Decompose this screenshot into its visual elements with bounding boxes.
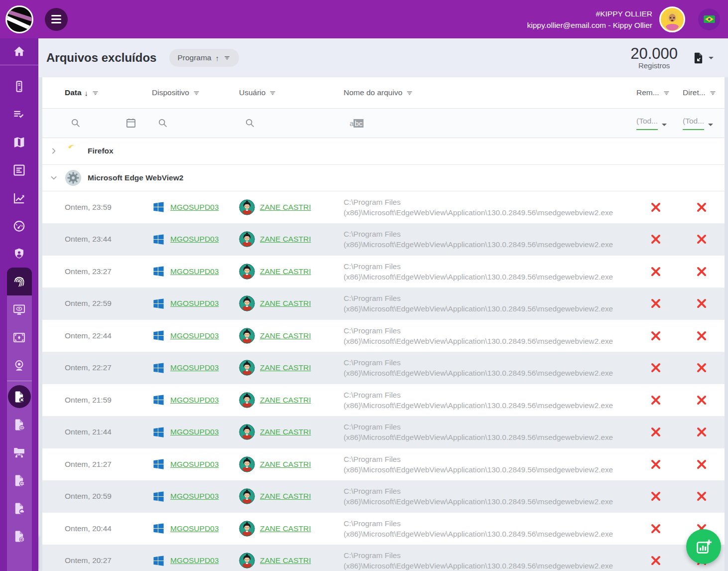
row-date: Ontem, 21:59 <box>65 396 152 405</box>
directory-x-icon[interactable] <box>695 394 708 407</box>
device-link[interactable]: MGOSUPD03 <box>170 396 219 405</box>
column-header-removed[interactable]: Rem... <box>632 88 679 97</box>
group-by-chip[interactable]: Programa ↑ <box>169 49 239 67</box>
device-link[interactable]: MGOSUPD03 <box>170 331 219 340</box>
removed-x-icon[interactable] <box>649 554 662 567</box>
device-link[interactable]: MGOSUPD03 <box>170 235 219 244</box>
language-flag-button[interactable] <box>698 8 720 30</box>
user-link[interactable]: ZANE CASTRI <box>260 492 311 501</box>
sidebar-item-tasks[interactable] <box>0 100 38 128</box>
sidebar-item-fingerprint[interactable] <box>7 268 32 295</box>
export-button[interactable] <box>692 51 714 65</box>
user-filter-cell[interactable] <box>239 109 344 138</box>
user-avatar-icon <box>239 553 255 569</box>
column-header-device[interactable]: Dispositivo <box>152 88 239 97</box>
header-filter-icon[interactable] <box>268 89 277 97</box>
header-filter-icon[interactable] <box>662 89 671 97</box>
user-link[interactable]: ZANE CASTRI <box>260 428 311 436</box>
device-link[interactable]: MGOSUPD03 <box>170 299 219 308</box>
device-link[interactable]: MGOSUPD03 <box>170 267 219 276</box>
header-filter-icon[interactable] <box>709 89 717 97</box>
device-link[interactable]: MGOSUPD03 <box>170 428 219 436</box>
directory-x-icon[interactable] <box>695 329 708 342</box>
removed-x-icon[interactable] <box>649 201 662 214</box>
sidebar-item-map[interactable] <box>0 128 38 156</box>
user-link[interactable]: ZANE CASTRI <box>260 363 311 372</box>
sidebar-item-chart-line[interactable] <box>0 184 38 212</box>
directory-x-icon[interactable] <box>695 201 708 214</box>
sidebar-item-shield-user[interactable] <box>0 240 38 268</box>
device-link[interactable]: MGOSUPD03 <box>170 203 219 212</box>
removed-filter-dropdown[interactable]: (Tod... <box>636 117 667 130</box>
column-header-directory[interactable]: Diret... <box>679 88 725 97</box>
column-header-date[interactable]: Data ↓ <box>65 88 152 97</box>
user-link[interactable]: ZANE CASTRI <box>260 556 311 565</box>
user-link[interactable]: ZANE CASTRI <box>260 267 311 276</box>
user-link[interactable]: ZANE CASTRI <box>260 235 311 244</box>
removed-x-icon[interactable] <box>649 297 662 310</box>
directory-x-icon[interactable] <box>695 361 708 374</box>
file-filter-cell[interactable]: abc <box>344 109 632 138</box>
directory-filter-dropdown[interactable]: (Tod... <box>683 117 713 130</box>
directory-x-icon[interactable] <box>695 490 708 503</box>
menu-toggle-button[interactable] <box>45 8 68 31</box>
header-filter-icon[interactable] <box>91 89 100 97</box>
add-chart-fab-button[interactable] <box>686 529 721 564</box>
sidebar-item-screen-eye[interactable] <box>7 295 32 323</box>
sidebar-item-screenshot[interactable] <box>7 323 32 351</box>
removed-x-icon[interactable] <box>649 458 662 471</box>
sidebar-item-file-delete[interactable] <box>7 383 32 411</box>
user-link[interactable]: ZANE CASTRI <box>260 299 311 308</box>
group-row-firefox[interactable]: Firefox <box>42 138 725 165</box>
user-avatar-button[interactable] <box>659 6 685 32</box>
header-filter-icon[interactable] <box>405 89 414 97</box>
sidebar-item-devices[interactable] <box>0 72 38 100</box>
removed-x-icon[interactable] <box>649 394 662 407</box>
directory-x-icon[interactable] <box>695 265 708 278</box>
user-link[interactable]: ZANE CASTRI <box>260 203 311 212</box>
header-filter-icon[interactable] <box>192 89 201 97</box>
removed-x-icon[interactable] <box>649 426 662 438</box>
device-link[interactable]: MGOSUPD03 <box>170 556 219 565</box>
sidebar-item-file-cloud[interactable] <box>7 494 32 522</box>
device-link[interactable]: MGOSUPD03 <box>170 524 219 533</box>
user-link[interactable]: ZANE CASTRI <box>260 524 311 533</box>
device-link[interactable]: MGOSUPD03 <box>170 492 219 501</box>
user-link[interactable]: ZANE CASTRI <box>260 331 311 340</box>
user-link[interactable]: ZANE CASTRI <box>260 460 311 469</box>
sidebar-item-file-gear[interactable] <box>7 466 32 494</box>
sidebar-item-file-clock[interactable] <box>7 522 32 550</box>
removed-x-icon[interactable] <box>649 329 662 342</box>
device-link[interactable]: MGOSUPD03 <box>170 363 219 372</box>
app-logo[interactable] <box>0 0 38 38</box>
group-row-edge-webview[interactable]: Microsoft Edge WebView2 <box>42 165 725 192</box>
user-link[interactable]: ZANE CASTRI <box>260 396 311 405</box>
sidebar-item-home[interactable] <box>0 38 38 65</box>
date-filter-cell[interactable] <box>65 109 152 138</box>
removed-x-icon[interactable] <box>649 233 662 246</box>
search-icon[interactable] <box>70 117 82 129</box>
collapse-chevron-icon[interactable] <box>42 173 65 183</box>
search-icon[interactable] <box>244 117 256 129</box>
directory-x-icon[interactable] <box>695 233 708 246</box>
sidebar-item-gauge[interactable] <box>0 212 38 240</box>
sidebar-item-chart-bars[interactable] <box>0 156 38 184</box>
directory-x-icon[interactable] <box>695 297 708 310</box>
directory-x-icon[interactable] <box>695 426 708 438</box>
sidebar-item-file-eye[interactable] <box>7 411 32 438</box>
calendar-icon[interactable] <box>125 117 137 129</box>
removed-x-icon[interactable] <box>649 490 662 503</box>
sidebar-item-folder-network[interactable] <box>7 438 32 466</box>
removed-x-icon[interactable] <box>649 361 662 374</box>
sidebar-item-webcam[interactable] <box>7 351 32 379</box>
column-header-user[interactable]: Usuário <box>239 88 344 97</box>
search-icon[interactable] <box>157 117 169 129</box>
removed-x-icon[interactable] <box>649 522 662 535</box>
removed-x-icon[interactable] <box>649 265 662 278</box>
column-header-file[interactable]: Nome do arquivo <box>344 88 632 97</box>
expand-chevron-icon[interactable] <box>42 146 65 156</box>
device-link[interactable]: MGOSUPD03 <box>170 460 219 469</box>
directory-x-icon[interactable] <box>695 458 708 471</box>
text-filter-mode-icon[interactable]: abc <box>350 119 364 128</box>
device-filter-cell[interactable] <box>152 109 239 138</box>
